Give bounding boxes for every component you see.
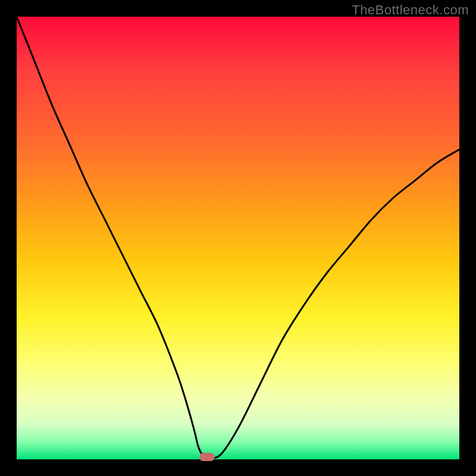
chart-frame: TheBottleneck.com [0, 0, 476, 476]
plot-area [17, 17, 459, 459]
bottleneck-curve [17, 17, 459, 459]
watermark-text: TheBottleneck.com [352, 2, 469, 18]
minimum-marker [199, 453, 215, 461]
